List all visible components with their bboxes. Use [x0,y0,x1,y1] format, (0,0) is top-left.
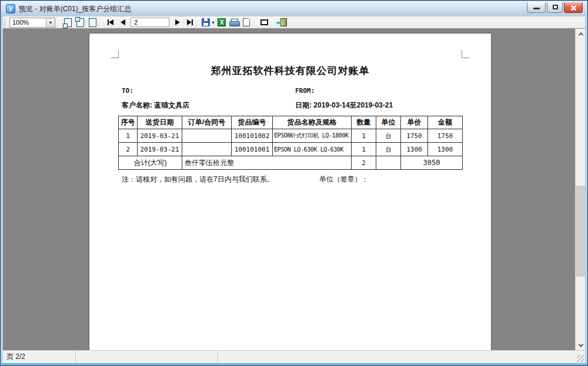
last-page-icon [192,19,193,25]
signature-label: 单位（签章）： [319,174,369,184]
table-header-row: 序号送货日期订单/合同号货品编号货品名称及规格数量单位单价金额 [119,116,463,129]
toolbar: 100% ▼ ▼ X [3,16,585,29]
save-dropdown-icon[interactable]: ▼ [211,21,215,25]
table-cell: 1 [352,143,376,156]
zoom-whole-page-button[interactable] [62,17,74,28]
page-setup-icon [243,18,250,26]
margin-corner-mark [462,50,470,58]
table-cell: 2 [119,143,138,156]
margins-toggle-button[interactable] [259,17,270,28]
save-button[interactable]: ▼ [202,17,215,28]
total-quantity: 2 [352,156,376,170]
table-cell: 2019-03-21 [138,143,182,156]
total-label: 合计(大写) [119,156,182,170]
printer-icon [229,19,239,26]
zoom-value: 100% [10,19,46,26]
zoom-page-width-button[interactable] [75,17,86,28]
actual-size-icon [89,18,96,27]
page-status: 页 2/2 [6,352,25,362]
status-panel [76,351,218,363]
exit-door-icon [280,18,287,26]
to-label: TO: [122,87,133,95]
customer-name: 客户名称: 蓝猫文具店 [122,100,189,110]
column-header: 货品编号 [232,116,273,129]
table-cell: 台 [376,129,401,143]
table-cell: 1750 [401,129,428,143]
title-bar: V 预览 - 对账单(C01)_按客户分组汇总 [1,1,587,16]
toolbar-separator [59,18,59,28]
column-header: 金额 [428,116,463,129]
from-label: FROM: [295,87,315,95]
next-page-button[interactable] [172,17,183,28]
statement-table: 序号送货日期订单/合同号货品编号货品名称及规格数量单位单价金额 12019-03… [118,116,463,170]
scrollbar-thumb[interactable] [576,186,585,277]
table-body: 12019-03-21100101002EPSON针式打印机 LQ-1800K1… [119,129,463,170]
column-header: 数量 [352,116,376,129]
close-button[interactable] [564,2,583,13]
minimize-button[interactable] [527,2,546,13]
maximize-icon [553,5,558,9]
total-amount: 3050 [401,156,463,170]
zoom-select[interactable]: 100% ▼ [9,18,55,28]
column-header: 单位 [376,116,401,129]
exit-preview-button[interactable] [276,17,288,28]
zoom-actual-size-button[interactable] [87,17,98,28]
app-logo-icon: V [6,4,15,14]
toolbar-separator [273,18,273,28]
toolbar-separator [255,18,256,28]
status-page-panel: 页 2/2 [3,351,76,363]
margins-icon [260,19,268,25]
print-button[interactable] [229,17,240,28]
window-border [1,363,587,365]
total-unit [376,156,401,170]
next-page-icon [175,19,180,25]
status-bar: 页 2/2 [3,350,585,363]
table-total-row: 合计(大写)叁仟零伍拾元整23050 [119,156,463,170]
status-panel [218,351,585,363]
last-page-button[interactable] [184,17,195,28]
table-cell: 1300 [428,143,463,156]
table-cell: 100101001 [232,143,273,156]
first-page-icon [109,19,113,25]
preview-area: 郑州亚拓软件科技有限公司对账单 TO: FROM: 客户名称: 蓝猫文具店 日期… [3,29,585,350]
resize-grip[interactable] [577,355,584,362]
table-cell: 1 [119,129,138,143]
date-range: 日期: 2019-03-14至2019-03-21 [295,100,393,110]
page-setup-button[interactable] [241,17,252,28]
whole-page-icon [64,18,72,27]
scroll-up-button[interactable] [576,29,585,39]
window-title: 预览 - 对账单(C01)_按客户分组汇总 [19,4,131,14]
chevron-up-icon [578,32,583,37]
table-cell: 100101002 [232,129,273,143]
close-icon [564,2,582,12]
column-header: 订单/合同号 [182,116,232,129]
total-amount-in-words: 叁仟零伍拾元整 [182,156,352,170]
prev-page-button[interactable] [117,17,128,28]
scroll-down-button[interactable] [576,340,585,350]
page-number-input[interactable] [131,18,169,27]
toolbar-grip[interactable] [5,18,7,27]
statement-title: 郑州亚拓软件科技有限公司对账单 [89,64,491,78]
first-page-button[interactable] [105,17,116,28]
document-page: 郑州亚拓软件科技有限公司对账单 TO: FROM: 客户名称: 蓝猫文具店 日期… [89,33,492,350]
table-cell: 1300 [401,143,428,156]
toolbar-separator [101,18,102,28]
table-cell [182,143,232,156]
page-width-icon [76,18,84,27]
chevron-down-icon [578,342,583,347]
table-cell: EPSON LQ-630K LQ-630K [273,143,352,156]
table-cell [182,129,232,143]
column-header: 送货日期 [138,116,182,129]
column-header: 货品名称及规格 [273,116,352,129]
excel-icon: X [218,18,226,26]
table-cell: EPSON针式打印机 LQ-1800K [273,129,352,143]
vertical-scrollbar[interactable] [575,29,585,350]
margin-corner-mark [111,50,119,58]
maximize-button[interactable] [547,2,563,13]
note-text: 注：请核对，如有问题，请在7日内与我们联系。 [122,174,274,184]
export-excel-button[interactable]: X [216,17,228,28]
table-cell: 1750 [428,129,463,143]
chevron-down-icon[interactable]: ▼ [46,18,55,27]
table-row: 12019-03-21100101002EPSON针式打印机 LQ-1800K1… [119,129,463,143]
toolbar-separator [198,18,199,28]
